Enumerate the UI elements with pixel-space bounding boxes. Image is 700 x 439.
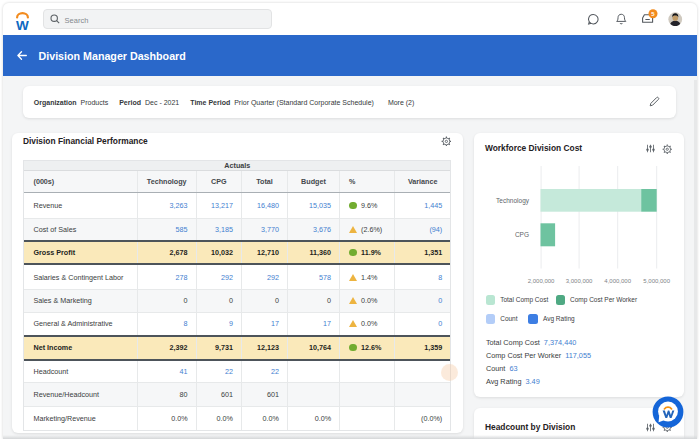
svg-text:4,000,000: 4,000,000: [604, 278, 631, 284]
svg-text:W: W: [16, 18, 29, 32]
svg-text:5,000,000: 5,000,000: [643, 278, 670, 284]
svg-text:CPG: CPG: [515, 231, 529, 238]
svg-text:2,000,000: 2,000,000: [527, 278, 554, 284]
svg-text:Technology: Technology: [496, 197, 530, 205]
svg-text:3,000,000: 3,000,000: [565, 278, 592, 284]
